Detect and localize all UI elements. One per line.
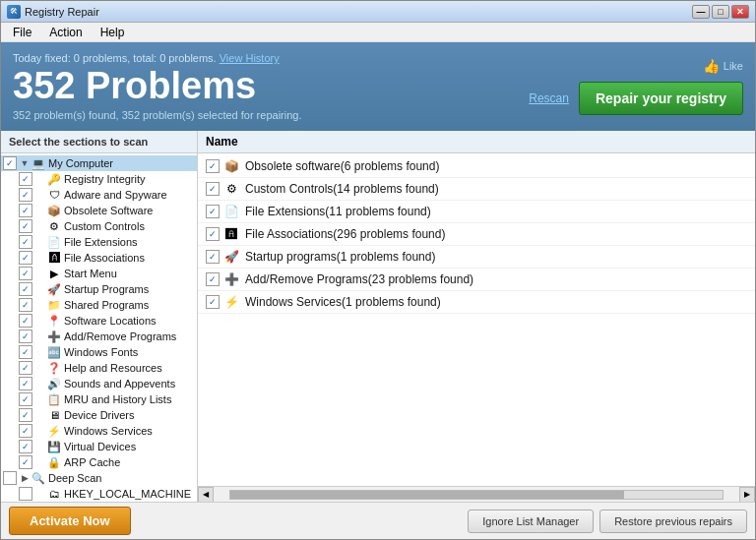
tree-checkbox[interactable]: ✓ [19,298,32,312]
tree-expand-icon[interactable] [34,378,46,390]
tree-checkbox[interactable]: ✓ [19,424,32,438]
scroll-right-button[interactable]: ▶ [739,487,755,503]
tree-item[interactable]: ✓🔑Registry Integrity [1,171,197,187]
tree-item[interactable]: ✓📦Obsolete Software [1,203,197,218]
scroll-left-button[interactable]: ◀ [198,487,214,503]
tree-checkbox[interactable]: ✓ [19,392,32,406]
result-item[interactable]: ✓🚀Startup programs(1 problems found) [198,246,755,269]
tree-expand-icon[interactable] [34,425,46,437]
tree-checkbox[interactable]: ✓ [19,282,32,296]
tree-checkbox[interactable] [19,487,32,501]
tree-item[interactable]: ▶🔍Deep Scan [1,470,197,486]
scroll-track[interactable] [229,490,724,500]
results-list[interactable]: ✓📦Obsolete software(6 problems found)✓⚙C… [198,153,755,486]
tree-checkbox[interactable]: ✓ [19,219,32,233]
result-item[interactable]: ✓➕Add/Remove Programs(23 problems found) [198,269,755,291]
tree-expand-icon[interactable] [34,268,46,279]
tree-checkbox[interactable]: ✓ [19,377,32,390]
tree-expand-icon[interactable] [34,205,46,216]
tree-checkbox[interactable]: ✓ [19,172,32,186]
tree-item[interactable]: 🗂HKEY_LOCAL_MACHINE [1,486,197,502]
tree-expand-icon[interactable] [34,409,46,421]
tree-item[interactable]: ✓📁Shared Programs [1,297,197,313]
tree-expand-icon[interactable]: ▶ [19,472,31,484]
tree-expand-icon[interactable] [34,220,46,232]
tree-checkbox[interactable]: ✓ [19,361,32,375]
tree-checkbox[interactable]: ✓ [19,267,32,280]
tree-expand-icon[interactable] [34,299,46,311]
tree-expand-icon[interactable] [34,173,46,185]
tree-expand-icon[interactable] [34,362,46,374]
tree-item[interactable]: ✓🔒ARP Cache [1,454,197,470]
result-item[interactable]: ✓⚙Custom Controls(14 problems found) [198,178,755,201]
tree-item[interactable]: ✓💾Virtual Devices [1,439,197,454]
tree-expand-icon[interactable] [34,456,46,468]
tree-item[interactable]: ✓⚡Windows Services [1,423,197,439]
tree-expand-icon[interactable] [34,315,46,327]
tree-item[interactable]: ✓🅰File Associations [1,250,197,266]
result-checkbox[interactable]: ✓ [206,227,220,241]
result-item[interactable]: ✓🅰File Associations(296 problems found) [198,223,755,246]
tree-expand-icon[interactable] [34,283,46,295]
result-checkbox[interactable]: ✓ [206,295,220,309]
maximize-button[interactable]: □ [712,5,729,19]
tree-item[interactable]: ✓▶Start Menu [1,266,197,281]
tree-item[interactable]: ✓🔊Sounds and Appevents [1,376,197,391]
tree-item[interactable]: ✓🛡Adware and Spyware [1,187,197,203]
result-item[interactable]: ✓📦Obsolete software(6 problems found) [198,155,755,178]
horizontal-scrollbar[interactable]: ◀ ▶ [198,486,755,502]
result-item[interactable]: ✓📄File Extensions(11 problems found) [198,201,755,223]
tree-checkbox[interactable]: ✓ [3,156,17,170]
tree-checkbox[interactable]: ✓ [19,440,32,453]
tree-item[interactable]: ✓❓Help and Resources [1,360,197,376]
menu-file[interactable]: File [5,24,39,41]
tree-checkbox[interactable]: ✓ [19,188,32,202]
tree-checkbox[interactable]: ✓ [19,330,32,343]
menu-action[interactable]: Action [41,24,90,41]
tree-expand-icon[interactable] [34,252,46,264]
tree-item[interactable]: ✓🖥Device Drivers [1,407,197,423]
tree-checkbox[interactable]: ✓ [19,314,32,328]
result-checkbox[interactable]: ✓ [206,205,220,218]
tree-checkbox[interactable]: ✓ [19,251,32,265]
tree-item[interactable]: ✓🚀Startup Programs [1,281,197,297]
tree-checkbox[interactable] [3,471,17,485]
tree-area[interactable]: ✓▼💻My Computer✓🔑Registry Integrity✓🛡Adwa… [1,153,197,502]
rescan-link[interactable]: Rescan [529,91,569,105]
result-checkbox[interactable]: ✓ [206,159,220,173]
tree-expand-icon[interactable] [34,330,46,342]
tree-item[interactable]: ✓⚙Custom Controls [1,218,197,234]
minimize-button[interactable]: — [692,5,710,19]
tree-checkbox[interactable]: ✓ [19,235,32,249]
view-history-link[interactable]: View History [220,52,280,64]
tree-item[interactable]: ✓📋MRU and History Lists [1,391,197,407]
restore-repairs-button[interactable]: Restore previous repairs [599,510,747,533]
result-checkbox[interactable]: ✓ [206,182,220,196]
tree-checkbox[interactable]: ✓ [19,455,32,469]
like-button[interactable]: 👍 Like [703,58,743,74]
tree-item[interactable]: ✓▼💻My Computer [1,155,197,171]
tree-expand-icon[interactable] [34,488,46,500]
result-checkbox[interactable]: ✓ [206,250,220,264]
tree-checkbox[interactable]: ✓ [19,345,32,359]
repair-button[interactable]: Repair your registry [579,82,743,115]
menu-help[interactable]: Help [93,24,133,41]
ignore-list-button[interactable]: Ignore List Manager [468,510,594,533]
tree-expand-icon[interactable] [34,189,46,201]
tree-checkbox[interactable]: ✓ [19,204,32,217]
result-item[interactable]: ✓⚡Windows Services(1 problems found) [198,291,755,314]
tree-expand-icon[interactable] [34,393,46,405]
result-checkbox[interactable]: ✓ [206,272,220,286]
tree-expand-icon[interactable] [34,441,46,452]
tree-item[interactable]: ✓📄File Extensions [1,234,197,250]
tree-item[interactable]: ✓📍Software Locations [1,313,197,329]
tree-expand-icon[interactable] [34,346,46,358]
close-button[interactable]: ✕ [731,5,749,19]
tree-item[interactable]: ✓➕Add/Remove Programs [1,329,197,344]
tree-expand-icon[interactable] [34,236,46,248]
scroll-thumb[interactable] [230,491,624,499]
activate-button[interactable]: Activate Now [9,507,131,535]
tree-item[interactable]: ✓🔤Windows Fonts [1,344,197,360]
tree-expand-icon[interactable]: ▼ [19,157,31,169]
tree-checkbox[interactable]: ✓ [19,408,32,422]
